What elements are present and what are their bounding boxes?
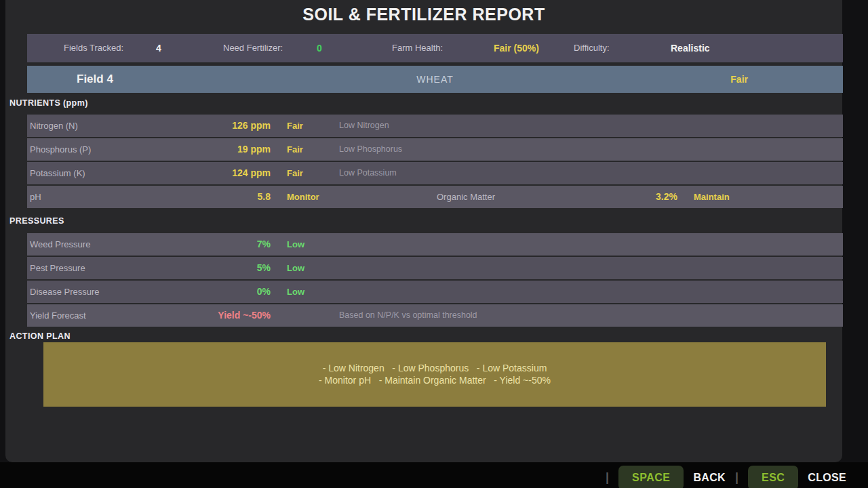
pressure-value: 5% — [27, 257, 271, 279]
organic-matter-status: Maintain — [694, 186, 730, 208]
action-plan-line: - Low Nitrogen - Low Phosphorus - Low Po… — [323, 363, 547, 375]
keybind-separator: | — [606, 470, 609, 485]
ph-status: Monitor — [287, 186, 319, 208]
back-action-label[interactable]: BACK — [693, 472, 725, 484]
stat-difficulty-label: Difficulty: — [574, 34, 610, 62]
pressure-row-weed: Weed Pressure 7% Low — [27, 233, 843, 256]
stat-need-fertilizer-label: Need Fertilizer: — [223, 34, 283, 62]
field-crop: WHEAT — [27, 66, 843, 93]
nutrient-hint: Low Nitrogen — [339, 115, 389, 137]
field-header-bar[interactable]: Field 4 WHEAT Fair — [27, 66, 843, 93]
action-plan-box: - Low Nitrogen - Low Phosphorus - Low Po… — [43, 342, 826, 407]
yield-note: Based on N/P/K vs optimal threshold — [339, 304, 477, 327]
page-title: SOIL & FERTILIZER REPORT — [5, 5, 842, 24]
pressure-value: 7% — [27, 233, 271, 256]
yield-forecast-row: Yield Forecast Yield ~-50% Based on N/P/… — [27, 304, 843, 327]
nutrients-section-label: NUTRIENTS (ppm) — [9, 98, 88, 108]
nutrient-hint: Low Potassium — [339, 162, 397, 184]
nutrient-status: Fair — [287, 162, 303, 184]
keybind-separator: | — [735, 470, 738, 485]
pressures-section-label: PRESSURES — [9, 216, 64, 226]
yield-value: Yield ~-50% — [27, 304, 271, 327]
stat-need-fertilizer-value: 0 — [317, 34, 322, 62]
pressure-row-disease: Disease Pressure 0% Low — [27, 281, 843, 303]
ph-value: 5.8 — [27, 186, 271, 208]
report-panel: SOIL & FERTILIZER REPORT Fields Tracked:… — [5, 0, 842, 462]
nutrient-hint: Low Phosphorus — [339, 138, 402, 161]
pressure-value: 0% — [27, 281, 271, 303]
stat-fields-tracked-value: 4 — [156, 34, 161, 62]
stat-farm-health-value: Fair (50%) — [494, 34, 539, 62]
nutrient-value: 124 ppm — [27, 162, 271, 184]
nutrient-status: Fair — [287, 115, 303, 137]
keybind-hints: | SPACE BACK | ESC CLOSE — [606, 466, 846, 488]
pressure-row-pest: Pest Pressure 5% Low — [27, 257, 843, 279]
pressure-status: Low — [287, 233, 304, 256]
pressure-status: Low — [287, 281, 304, 303]
nutrient-status: Fair — [287, 138, 303, 161]
stat-difficulty-value: Realistic — [671, 34, 710, 62]
field-status-badge: Fair — [730, 66, 748, 93]
organic-matter-value: 3.2% — [502, 186, 677, 208]
nutrient-value: 126 ppm — [27, 115, 271, 137]
space-key-button[interactable]: SPACE — [618, 466, 684, 488]
action-plan-line: - Monitor pH - Maintain Organic Matter -… — [319, 375, 551, 387]
organic-matter-label: Organic Matter — [437, 186, 495, 208]
stat-farm-health-label: Farm Health: — [392, 34, 443, 62]
pressure-status: Low — [287, 257, 304, 279]
farm-stats-bar: Fields Tracked: 4 Need Fertilizer: 0 Far… — [27, 34, 843, 62]
nutrient-row-phosphorus: Phosphorus (P) 19 ppm Fair Low Phosphoru… — [27, 138, 843, 161]
nutrient-row-potassium: Potassium (K) 124 ppm Fair Low Potassium — [27, 162, 843, 184]
action-plan-section-label: ACTION PLAN — [9, 331, 71, 341]
esc-key-button[interactable]: ESC — [748, 466, 798, 488]
stat-fields-tracked-label: Fields Tracked: — [64, 34, 123, 62]
nutrient-row-nitrogen: Nitrogen (N) 126 ppm Fair Low Nitrogen — [27, 115, 843, 137]
close-action-label[interactable]: CLOSE — [808, 472, 846, 484]
nutrient-value: 19 ppm — [27, 138, 271, 161]
ph-row: pH 5.8 Monitor Organic Matter 3.2% Maint… — [27, 186, 843, 208]
